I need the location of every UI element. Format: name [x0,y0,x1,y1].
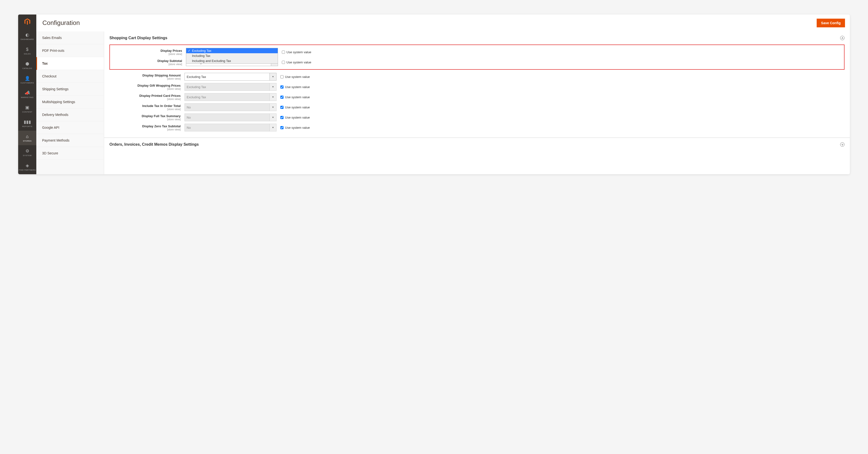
field-row: Include Tax In Order Total[store view]No… [110,102,844,112]
nav-sales[interactable]: $SALES [18,43,36,58]
nav-label: STORES [23,140,32,142]
dropdown-option[interactable]: Including and Excluding Tax [186,58,278,63]
use-system-checkbox[interactable] [280,75,283,78]
field-label: Display Full Tax Summary [142,114,181,118]
use-system-label: Use system value [286,50,311,54]
nav-label: MARKETING [21,96,33,98]
use-system-checkbox[interactable] [280,126,283,129]
subnav-item[interactable]: Checkout [36,70,104,83]
page-header: Configuration Save Config [36,14,850,31]
content: Shopping Cart Display Settings ᐱ Display… [104,31,850,174]
nav-stores[interactable]: ⌂STORES [18,131,36,145]
use-system-checkbox[interactable] [282,61,285,64]
nav-system[interactable]: ⚙SYSTEM [18,145,36,160]
admin-nav: ◐DASHBOARD$SALES⬢CATALOG👤CUSTOMERS📣MARKE… [18,14,36,174]
section-shopping-cart-header[interactable]: Shopping Cart Display Settings ᐱ [104,31,850,44]
use-system-checkbox[interactable] [282,51,285,54]
field-label: Display Shipping Amount [143,73,181,77]
bars-icon: ▮▮▮ [24,119,31,125]
subnav-item[interactable]: Google API [36,121,104,134]
chevron-down-icon: ▼ [270,73,276,80]
nav-partners[interactable]: ◈FIND PARTNERS [18,160,36,174]
select-display-full-tax-summary: No▼ [185,114,277,121]
section-orders-header[interactable]: Orders, Invoices, Credit Memos Display S… [104,138,850,151]
highlight-box: Display Prices[store view]Excluding Tax▼… [110,44,844,70]
chevron-down-icon: ᐯ [840,142,844,147]
subnav-item[interactable]: PDF Print-outs [36,44,104,57]
field-row: Display Zero Tax Subtotal[store view]No▼… [110,123,844,133]
chevron-down-icon: ▼ [270,124,276,131]
save-config-button[interactable]: Save Config [817,19,845,27]
page-title: Configuration [42,19,80,27]
select-display-gift-wrapping-prices: Excluding Tax▼ [185,83,277,91]
field-row: Display Printed Card Prices[store view]E… [110,92,844,102]
use-system-label: Use system value [285,126,310,129]
use-system-checkbox[interactable] [280,116,283,119]
storefront-icon: ⌂ [26,134,29,139]
subnav-item[interactable]: Shipping Settings [36,83,104,96]
select-value: Excluding Tax [187,85,206,89]
nav-marketing[interactable]: 📣MARKETING [18,87,36,102]
field-label: Display Prices [160,49,182,53]
use-system-label: Use system value [286,61,311,64]
nav-label: CONTENT [22,111,32,113]
nav-content[interactable]: ▣CONTENT [18,102,36,116]
subnav-item[interactable]: 3D Secure [36,147,104,160]
use-system-checkbox[interactable] [280,106,283,109]
use-system-checkbox[interactable] [280,86,283,89]
chevron-down-icon: ▼ [270,83,276,91]
magento-logo[interactable] [18,14,36,29]
config-card: ◐DASHBOARD$SALES⬢CATALOG👤CUSTOMERS📣MARKE… [18,14,850,174]
field-row: Display Gift Wrapping Prices[store view]… [110,82,844,92]
field-scope: [store view] [111,63,182,66]
select-display-printed-card-prices: Excluding Tax▼ [185,93,277,101]
nav-dashboard[interactable]: ◐DASHBOARD [18,29,36,43]
dropdown-option[interactable]: Excluding Tax [186,48,278,53]
nav-label: CUSTOMERS [21,82,34,84]
subnav-item[interactable]: Sales Emails [36,31,104,44]
field-label: Display Subtotal [157,59,182,63]
chevron-down-icon: ▼ [270,104,276,111]
use-system-checkbox[interactable] [280,96,283,99]
select-value: Excluding Tax [187,95,206,99]
field-scope: [store view] [111,53,182,56]
select-value: No [187,126,191,129]
field-row: Display Prices[store view]Excluding Tax▼… [111,47,843,57]
subnav-item[interactable]: Payment Methods [36,134,104,147]
select-value: No [187,116,191,119]
nav-customers[interactable]: 👤CUSTOMERS [18,73,36,87]
box-icon: ⬢ [25,61,29,67]
nav-reports[interactable]: ▮▮▮REPORTS [18,116,36,131]
select-value: Excluding Tax [187,75,206,79]
field-scope: [store view] [110,128,181,131]
field-scope: [store view] [110,118,181,121]
dollar-icon: $ [26,47,28,52]
field-scope: [store view] [110,87,181,90]
field-label: Display Printed Card Prices [139,94,181,98]
cube-icon: ◈ [26,163,29,168]
field-scope: [store view] [110,77,181,80]
chevron-down-icon: ▼ [270,93,276,101]
select-value: No [187,105,191,109]
subnav-item[interactable]: Tax [36,57,104,70]
chevron-up-icon: ᐱ [840,36,844,40]
nav-label: DASHBOARD [21,38,34,40]
field-scope: [store view] [110,108,181,110]
subnav-item[interactable]: Delivery Methods [36,108,104,121]
use-system-label: Use system value [285,116,310,119]
megaphone-icon: 📣 [25,90,30,96]
person-icon: 👤 [25,76,30,81]
field-label: Include Tax In Order Total [143,104,181,108]
select-display-shipping-amount[interactable]: Excluding Tax▼ [185,73,277,80]
field-label: Display Gift Wrapping Prices [137,84,181,87]
section-title: Shopping Cart Display Settings [110,36,167,40]
select-include-tax-in-order-total: No▼ [185,103,277,111]
nav-label: SYSTEM [23,154,32,157]
nav-label: REPORTS [22,125,32,128]
field-scope: [store view] [110,98,181,100]
dropdown-option[interactable]: Including Tax [186,53,278,58]
body: Sales EmailsPDF Print-outsTaxCheckoutShi… [36,31,850,174]
nav-catalog[interactable]: ⬢CATALOG [18,58,36,73]
subnav-item[interactable]: Multishipping Settings [36,96,104,108]
chevron-down-icon: ▼ [270,114,276,121]
